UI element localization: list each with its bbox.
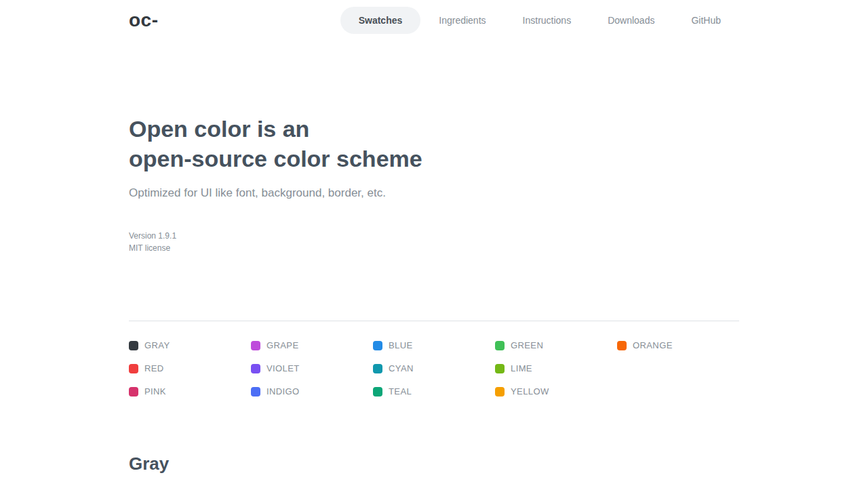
main-content: Open color is an open-source color schem… [129, 114, 739, 474]
swatch-link-violet[interactable]: VIOLET [251, 363, 373, 373]
color-chip-icon [495, 387, 505, 396]
nav-item-label: Instructions [523, 15, 572, 26]
color-chip-icon [251, 364, 260, 373]
hero-section: Open color is an open-source color schem… [129, 114, 739, 254]
color-chip-icon [617, 341, 627, 350]
license-label: MIT license [129, 242, 739, 254]
swatch-link-orange[interactable]: ORANGE [617, 340, 739, 350]
nav-item-ingredients[interactable]: Ingredients [420, 7, 504, 34]
swatch-label: CYAN [389, 363, 414, 373]
swatch-link-teal[interactable]: TEAL [373, 386, 495, 396]
nav-item-instructions[interactable]: Instructions [505, 7, 590, 34]
swatch-label: GRAPE [267, 340, 299, 350]
nav-item-label: GitHub [691, 15, 721, 26]
main-nav: Swatches Ingredients Instructions Downlo… [340, 7, 739, 34]
nav-item-label: Swatches [359, 15, 403, 26]
swatch-link-pink[interactable]: PINK [129, 386, 251, 396]
color-chip-icon [495, 364, 505, 373]
color-chip-icon [251, 341, 260, 350]
swatch-link-yellow[interactable]: YELLOW [495, 386, 617, 396]
swatch-link-cyan[interactable]: CYAN [373, 363, 495, 373]
color-chip-icon [373, 364, 382, 373]
nav-item-label: Ingredients [439, 15, 486, 26]
swatch-label: RED [144, 363, 164, 373]
section-divider [129, 321, 739, 321]
swatch-link-gray[interactable]: GRAY [129, 340, 251, 350]
swatch-label: ORANGE [633, 340, 673, 350]
swatch-link-grape[interactable]: GRAPE [251, 340, 373, 350]
section-title-gray: Gray [129, 453, 739, 474]
site-header: oc- Swatches Ingredients Instructions Do… [0, 0, 868, 43]
color-chip-icon [129, 387, 138, 396]
swatch-link-blue[interactable]: BLUE [373, 340, 495, 350]
swatch-label: VIOLET [267, 363, 300, 373]
swatch-label: YELLOW [511, 386, 549, 396]
color-chip-icon [495, 341, 505, 350]
swatch-label: INDIGO [267, 386, 300, 396]
version-label: Version 1.9.1 [129, 230, 739, 242]
color-chip-icon [251, 387, 260, 396]
swatch-link-indigo[interactable]: INDIGO [251, 386, 373, 396]
color-chip-icon [373, 341, 382, 350]
nav-item-downloads[interactable]: Downloads [589, 7, 673, 34]
page-title: Open color is an open-source color schem… [129, 114, 739, 174]
page-title-line1: Open color is an [129, 114, 739, 144]
swatch-index: GRAY RED PINK GRAPE VIOLET INDIGO BLUE C… [129, 340, 739, 396]
swatch-label: GRAY [144, 340, 170, 350]
swatch-label: PINK [144, 386, 166, 396]
swatch-label: GREEN [511, 340, 543, 350]
swatch-link-lime[interactable]: LIME [495, 363, 617, 373]
swatch-label: BLUE [389, 340, 413, 350]
color-chip-icon [129, 341, 138, 350]
color-chip-icon [129, 364, 138, 373]
swatch-link-green[interactable]: GREEN [495, 340, 617, 350]
logo[interactable]: oc- [129, 9, 159, 31]
version-block: Version 1.9.1 MIT license [129, 230, 739, 254]
page-title-line2: open-source color scheme [129, 144, 739, 174]
swatch-label: TEAL [389, 386, 412, 396]
nav-item-github[interactable]: GitHub [673, 7, 739, 34]
color-chip-icon [373, 387, 382, 396]
nav-item-swatches[interactable]: Swatches [340, 7, 421, 34]
swatch-link-red[interactable]: RED [129, 363, 251, 373]
hero-subtitle: Optimized for UI like font, background, … [129, 186, 739, 200]
nav-item-label: Downloads [608, 15, 654, 26]
swatch-label: LIME [511, 363, 532, 373]
